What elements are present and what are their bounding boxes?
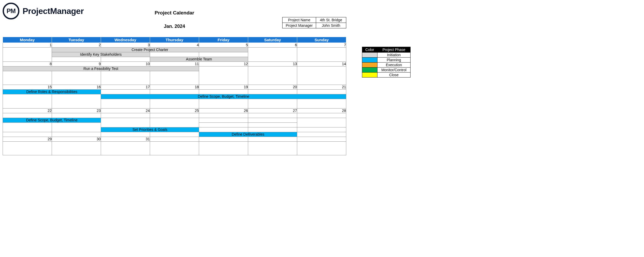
day-number: 25 (150, 109, 199, 113)
empty-cell (150, 113, 199, 118)
empty-cell (297, 127, 346, 132)
day-number (248, 137, 297, 142)
legend-swatch-initiation (362, 53, 377, 58)
empty-cell (101, 90, 150, 94)
day-number: 17 (101, 85, 150, 90)
day-header: Saturday (248, 37, 297, 43)
legend-phase: Initiation (377, 53, 411, 58)
day-number: 8 (3, 62, 52, 66)
empty-cell (248, 123, 297, 127)
empty-cell (150, 90, 199, 94)
task-deliverables: Define Delliverables (199, 132, 297, 137)
empty-cell (3, 71, 52, 85)
empty-cell (101, 57, 150, 62)
empty-cell (199, 90, 248, 94)
task-priorities: Set Priorities & Goals (101, 127, 199, 132)
meta-project-name-label: Project Name (283, 17, 316, 23)
header: PM ProjectManager Project Calendar Jan. … (3, 3, 412, 37)
day-number: 7 (297, 43, 346, 48)
day-number: 23 (52, 109, 101, 113)
empty-cell (52, 71, 101, 85)
day-number: 10 (101, 62, 150, 66)
empty-cell (199, 66, 248, 85)
empty-cell (199, 52, 248, 57)
legend-phase: Close (377, 73, 411, 78)
legend-swatch-close (362, 73, 377, 78)
empty-cell (52, 132, 101, 137)
empty-cell (150, 71, 199, 85)
empty-cell (199, 123, 248, 127)
empty-cell (52, 57, 101, 62)
task-assemble-team: Assemble Team (150, 57, 248, 62)
meta-project-name-value: 4th St. Bridge (316, 17, 346, 23)
empty-cell (52, 113, 101, 118)
page-title: Project Calendar (3, 10, 346, 16)
empty-cell (52, 142, 101, 155)
empty-cell (3, 142, 52, 155)
day-header: Tuesday (52, 37, 101, 43)
task-feasibility: Run a Feasibility Test (3, 66, 199, 71)
empty-cell (101, 71, 150, 85)
meta-project-manager-label: Project Manager (283, 23, 316, 28)
day-number: 16 (52, 85, 101, 90)
empty-cell (248, 142, 297, 155)
empty-cell (248, 118, 297, 123)
empty-cell (101, 113, 150, 118)
day-number: 31 (101, 137, 150, 142)
day-number: 30 (52, 137, 101, 142)
day-number: 3 (101, 43, 150, 48)
empty-cell (101, 132, 150, 137)
legend-phase: Monitor/Control (377, 68, 411, 73)
empty-cell (297, 66, 346, 85)
task-scope: Define Scope, Budget, Timeline (101, 94, 346, 99)
day-number: 9 (52, 62, 101, 66)
legend-header-color: Color (362, 47, 377, 53)
empty-cell (101, 99, 150, 109)
empty-cell (150, 99, 199, 109)
empty-cell (3, 94, 52, 109)
task-identify-stakeholders: Identify Key Stakeholders (52, 52, 150, 57)
day-number: 22 (3, 109, 52, 113)
empty-cell (150, 142, 199, 155)
legend-swatch-monitor (362, 68, 377, 73)
legend-swatch-planning (362, 58, 377, 63)
empty-cell (297, 113, 346, 118)
empty-cell (248, 127, 297, 132)
empty-cell (3, 48, 52, 62)
calendar-header-row: Monday Tuesday Wednesday Thursday Friday… (3, 37, 346, 43)
empty-cell (199, 99, 248, 109)
empty-cell (199, 113, 248, 118)
empty-cell (297, 118, 346, 127)
legend-swatch-execution (362, 63, 377, 68)
task-create-charter: Create Project Charter (52, 48, 248, 52)
day-number (199, 137, 248, 142)
day-number: 29 (3, 137, 52, 142)
empty-cell (150, 118, 199, 127)
task-roles: Define Roles & Responsibilities (3, 90, 101, 94)
day-number: 13 (248, 62, 297, 66)
empty-cell (199, 127, 248, 132)
day-number (150, 137, 199, 142)
day-number: 20 (248, 85, 297, 90)
day-number: 12 (199, 62, 248, 66)
day-number: 28 (297, 109, 346, 113)
calendar-grid: Monday Tuesday Wednesday Thursday Friday… (3, 37, 346, 155)
meta-project-manager-value: John Smith (316, 23, 346, 28)
day-number: 11 (150, 62, 199, 66)
legend-header-phase: Project Phase (377, 47, 411, 53)
day-number (297, 137, 346, 142)
task-scope-2: Define Scope, Budget, Timeline (3, 118, 101, 123)
empty-cell (297, 48, 346, 62)
day-header: Friday (199, 37, 248, 43)
day-number: 6 (248, 43, 297, 48)
empty-cell (248, 113, 297, 118)
empty-cell (150, 52, 199, 57)
day-number: 14 (297, 62, 346, 66)
day-number: 15 (3, 85, 52, 90)
empty-cell (199, 118, 248, 123)
day-number: 4 (150, 43, 199, 48)
legend-phase: Planning (377, 58, 411, 63)
legend-table: Color Project Phase Initiation Planning … (362, 47, 411, 78)
day-number: 21 (297, 85, 346, 90)
day-header: Thursday (150, 37, 199, 43)
